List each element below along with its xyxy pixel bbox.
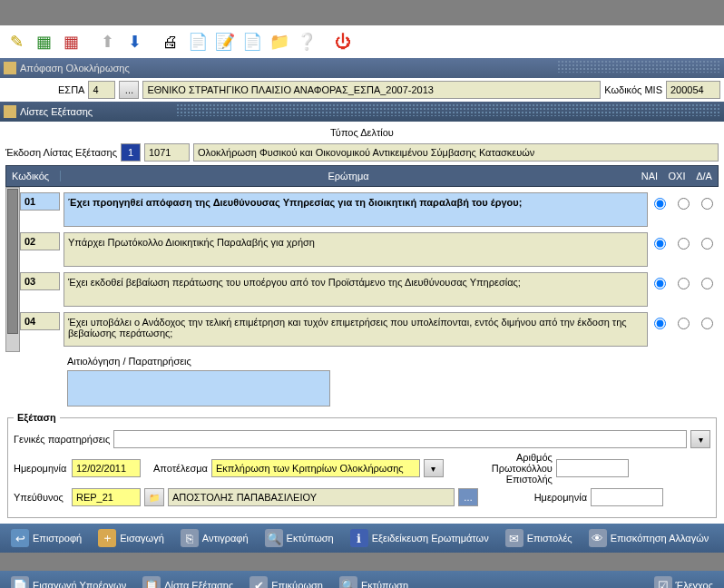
espa-desc-field[interactable] <box>142 81 601 99</box>
grid-scrollbar[interactable] <box>5 187 20 352</box>
filter-v2-field[interactable] <box>144 143 190 162</box>
action-bar-1: ↩Επιστροφή ＋Εισαγωγή ⎘Αντιγραφή 🔍Εκτύπωσ… <box>0 524 724 553</box>
print2-button[interactable]: 🔍Εκτύπωση <box>334 573 414 588</box>
row-question: Υπάρχει Πρωτόκολλο Διοικητικής Παραλαβής… <box>64 232 648 267</box>
grid-header: Κωδικός Ερώτημα ΝΑΙ ΟΧΙ Δ/Α <box>5 165 719 187</box>
doc-new-icon[interactable]: 📄 <box>240 29 265 54</box>
gen-comments-field[interactable] <box>113 430 687 448</box>
review-button[interactable]: 👁Επισκόπηση Αλλαγών <box>583 525 715 551</box>
exam-legend: Εξέταση <box>14 412 60 423</box>
filter-label: Έκδοση Λίστας Εξέτασης <box>5 147 117 158</box>
result-field[interactable] <box>211 459 420 477</box>
panel-icon <box>4 105 16 118</box>
insert-subprojects-button[interactable]: 📄Εισαγωγή Υποέργων <box>5 573 132 588</box>
protnum-field[interactable] <box>556 459 629 477</box>
date2-field[interactable] <box>591 488 663 506</box>
answer-na-radio[interactable] <box>701 198 713 210</box>
answer-no-radio[interactable] <box>678 278 690 289</box>
answer-yes-radio[interactable] <box>654 278 666 289</box>
pencil-icon[interactable]: ✎ <box>4 29 29 54</box>
espa-code-field[interactable] <box>88 81 115 99</box>
exam-date-label: Ημερομηνία <box>14 463 68 474</box>
grid-add-icon[interactable]: ▦ <box>31 29 56 54</box>
check-button[interactable]: ☑Έλεγχος <box>649 573 719 588</box>
row-code-field[interactable] <box>20 232 60 250</box>
panel1-title: Απόφαση Ολοκλήρωσης <box>20 63 130 74</box>
panel1-titlebar: Απόφαση Ολοκλήρωσης <box>0 58 724 78</box>
filter-v1-field[interactable] <box>121 143 141 162</box>
header-yes: ΝΑΙ <box>636 171 663 181</box>
row-code-field[interactable] <box>20 192 60 211</box>
answer-no-radio[interactable] <box>678 238 690 250</box>
resp-code-field[interactable] <box>72 488 141 506</box>
answer-na-radio[interactable] <box>701 238 713 250</box>
gen-dropdown-button[interactable]: ▾ <box>690 430 710 448</box>
row-question: Έχει υποβάλει ο Ανάδοχος την τελική επιμ… <box>64 312 648 347</box>
row-code-field[interactable] <box>20 312 60 330</box>
protnum-label: Αριθμός Πρωτοκόλλου Επιστολής <box>453 452 553 485</box>
table-row[interactable]: Έχει υποβάλει ο Ανάδοχος την τελική επιμ… <box>20 312 719 347</box>
print-button[interactable]: 🔍Εκτύπωση <box>259 525 339 551</box>
answer-no-radio[interactable] <box>678 318 690 329</box>
gen-comments-label: Γενικές παρατηρήσεις <box>14 434 110 445</box>
doc-search-icon[interactable]: 📄 <box>185 29 210 54</box>
doc-edit-icon[interactable]: 📝 <box>212 29 238 54</box>
main-toolbar: ✎ ▦ ▦ ⬆ ⬇ 🖨 📄 📝 📄 📁 ❔ ⏻ <box>0 25 724 58</box>
grid-delete-icon[interactable]: ▦ <box>58 29 83 54</box>
espa-label: ΕΣΠΑ <box>58 84 84 95</box>
row-code-field[interactable] <box>20 272 60 290</box>
comments-label: Αιτιολόγηση / Παρατηρήσεις <box>5 352 719 370</box>
panel-icon <box>4 62 16 74</box>
arrow-down-icon[interactable]: ⬇ <box>122 29 147 54</box>
copy-button[interactable]: ⎘Αντιγραφή <box>175 525 254 551</box>
filter-row: Έκδοση Λίστας Εξέτασης <box>5 140 719 165</box>
power-icon[interactable]: ⏻ <box>330 29 356 54</box>
espa-row: ΕΣΠΑ … Κωδικός MIS <box>0 78 724 102</box>
validate-button[interactable]: ✔Επικύρωση <box>244 573 328 588</box>
type-label: Τύπος Δελτίου <box>5 125 719 140</box>
spec-button[interactable]: ℹΕξειδείκευση Ερωτημάτων <box>345 525 494 551</box>
exam-list-button[interactable]: 📋Λίστα Εξέτασης <box>137 573 239 588</box>
espa-lookup-button[interactable]: … <box>119 81 139 99</box>
mis-field[interactable] <box>666 81 720 99</box>
answer-no-radio[interactable] <box>678 198 690 210</box>
header-code: Κωδικός <box>6 171 61 181</box>
letters-button[interactable]: ✉Επιστολές <box>500 525 578 551</box>
exam-date-field[interactable] <box>72 459 141 477</box>
row-question: Έχει εκδοθεί βεβαίωση περάτωσης του υποέ… <box>64 272 648 307</box>
exam-fieldset: Εξέταση Γενικές παρατηρήσεις ▾ Ημερομηνί… <box>7 412 717 518</box>
answer-na-radio[interactable] <box>701 278 713 289</box>
comments-input[interactable] <box>67 370 330 407</box>
date2-label: Ημερομηνία <box>487 492 587 503</box>
answer-yes-radio[interactable] <box>654 198 666 210</box>
result-label: Αποτέλεσμα <box>153 463 208 474</box>
panel2-title: Λίστες Εξέτασης <box>20 106 93 117</box>
help-icon[interactable]: ❔ <box>294 29 319 54</box>
answer-yes-radio[interactable] <box>654 318 666 329</box>
arrow-up-icon[interactable]: ⬆ <box>94 29 120 54</box>
insert-button[interactable]: ＋Εισαγωγή <box>93 525 170 551</box>
printer-icon[interactable]: 🖨 <box>158 29 183 54</box>
answer-na-radio[interactable] <box>701 318 713 329</box>
folder-icon[interactable]: 📁 <box>267 29 292 54</box>
result-dropdown-button[interactable]: ▾ <box>424 459 444 477</box>
action-bar-2: 📄Εισαγωγή Υποέργων 📋Λίστα Εξέτασης ✔Επικ… <box>0 571 724 588</box>
resp-name-field[interactable] <box>168 488 455 506</box>
table-row[interactable]: Υπάρχει Πρωτόκολλο Διοικητικής Παραλαβής… <box>20 232 719 267</box>
return-button[interactable]: ↩Επιστροφή <box>5 525 87 551</box>
panel2-titlebar: Λίστες Εξέτασης <box>0 102 724 122</box>
filter-desc-field[interactable] <box>193 143 719 162</box>
header-no: ΟΧΙ <box>663 171 690 181</box>
resp-more-button[interactable]: … <box>458 488 478 506</box>
header-question: Ερώτημα <box>61 171 636 181</box>
table-row[interactable]: Έχει προηγηθεί απόφαση της Διευθύνουσας … <box>20 192 719 227</box>
resp-label: Υπεύθυνος <box>14 492 68 503</box>
resp-lookup-button[interactable]: 📁 <box>144 488 164 506</box>
answer-yes-radio[interactable] <box>654 238 666 250</box>
row-question: Έχει προηγηθεί απόφαση της Διευθύνουσας … <box>64 192 648 227</box>
table-row[interactable]: Έχει εκδοθεί βεβαίωση περάτωσης του υποέ… <box>20 272 719 307</box>
mis-label: Κωδικός MIS <box>604 84 662 95</box>
header-na: Δ/Α <box>690 171 718 181</box>
